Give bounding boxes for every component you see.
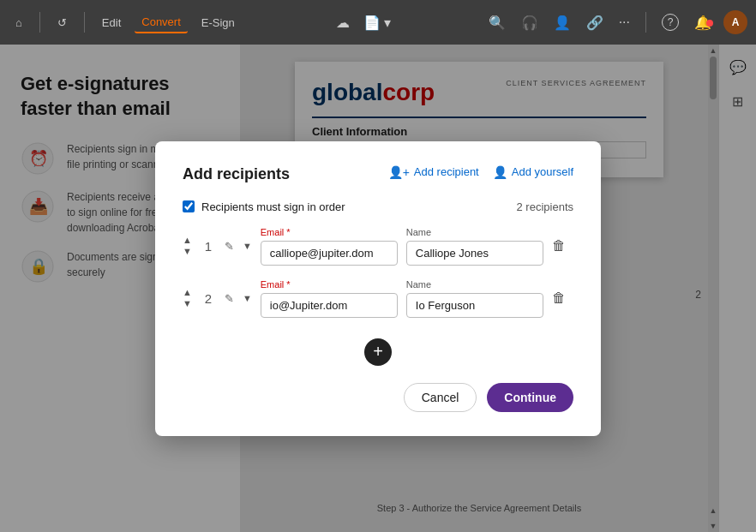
esign-menu[interactable]: E-Sign [195, 13, 242, 33]
avatar[interactable]: A [723, 10, 747, 34]
pen-icon-modal-1[interactable]: ✎ [225, 240, 234, 253]
field-group-email-1: Email * [261, 227, 398, 266]
add-recipient-icon: 👤+ [388, 165, 410, 179]
entry-num-2: 2 [201, 291, 216, 306]
field-group-name-2: Name [406, 279, 543, 318]
link-button[interactable]: 🔗 [583, 11, 607, 34]
cloud-icon: ☁ [336, 15, 350, 31]
reorder-arrows-1: ▲ ▼ [183, 236, 192, 256]
edit-menu[interactable]: Edit [95, 13, 128, 33]
arrow-up-1[interactable]: ▲ [183, 236, 192, 245]
modal-actions-top: 👤+ Add recipient 👤 Add yourself [388, 165, 573, 179]
continue-button[interactable]: Continue [487, 383, 573, 412]
delete-button-2[interactable]: 🗑 [552, 290, 566, 306]
add-recipients-modal: Add recipients 👤+ Add recipient 👤 Add yo… [155, 141, 601, 436]
convert-menu[interactable]: Convert [135, 12, 188, 33]
required-star-2: * [286, 279, 290, 290]
bell-wrap: 🔔 [691, 11, 715, 34]
link-icon: 🔗 [586, 15, 603, 31]
home-button[interactable]: ⌂ [9, 13, 29, 33]
recipient-entry-1: ▲ ▼ 1 ✎ ▼ Email * [183, 227, 573, 266]
add-yourself-icon: 👤 [493, 165, 507, 179]
user-icon: 👤 [554, 15, 571, 31]
reorder-arrows-1b: ▼ [243, 242, 252, 251]
email-label-2: Email * [261, 279, 398, 290]
email-input-2[interactable] [261, 293, 398, 318]
toolbar-divider-1 [39, 12, 40, 33]
help-icon: ? [662, 14, 679, 31]
back-button[interactable]: ↺ [51, 13, 74, 33]
search-icon: 🔍 [489, 15, 506, 31]
add-yourself-button[interactable]: 👤 Add yourself [493, 165, 573, 179]
toolbar: ⌂ ↺ Edit Convert E-Sign ☁ 📄 ▾ 🔍 🎧 👤 🔗 [0, 0, 756, 45]
name-input-1[interactable] [406, 241, 543, 266]
file-button[interactable]: 📄 ▾ [360, 11, 394, 34]
add-recipient-button[interactable]: 👤+ Add recipient [388, 165, 479, 179]
delete-button-1[interactable]: 🗑 [552, 238, 566, 254]
sign-order-checkbox[interactable] [183, 200, 195, 212]
arrow-down-1[interactable]: ▼ [183, 247, 192, 256]
cancel-button[interactable]: Cancel [404, 383, 477, 412]
reorder-arrows-2b: ▼ [243, 294, 252, 303]
arrow-down-2b[interactable]: ▼ [243, 294, 252, 303]
modal-backdrop: Add recipients 👤+ Add recipient 👤 Add yo… [0, 45, 756, 532]
more-button[interactable]: ··· [615, 11, 633, 33]
reorder-arrows-2: ▲ ▼ [183, 288, 192, 308]
add-more-button[interactable]: + [364, 338, 392, 366]
modal-footer: Cancel Continue [183, 383, 573, 412]
toolbar-divider-3 [645, 12, 646, 33]
arrow-down-1b[interactable]: ▼ [243, 242, 252, 251]
recipients-count: 2 recipients [517, 200, 573, 213]
name-label-1: Name [406, 227, 543, 237]
email-input-1[interactable] [261, 241, 398, 266]
recipient-1-entry-row: ▲ ▼ 1 ✎ ▼ Email * [183, 227, 573, 266]
pen-icon-modal-2[interactable]: ✎ [225, 292, 234, 305]
checkbox-row: Recipients must sign in order 2 recipien… [183, 200, 573, 213]
entry-num-1: 1 [201, 239, 216, 254]
email-label-1: Email * [261, 227, 398, 237]
toolbar-center: ☁ 📄 ▾ [242, 11, 485, 34]
name-input-2[interactable] [406, 293, 543, 318]
headphone-icon: 🎧 [521, 15, 538, 31]
user-button[interactable]: 👤 [550, 11, 574, 34]
toolbar-right: 🔍 🎧 👤 🔗 ··· ? 🔔 A [485, 10, 747, 34]
more-icon: ··· [619, 15, 630, 30]
required-star-1: * [286, 227, 290, 237]
toolbar-left: ⌂ ↺ Edit Convert E-Sign [9, 12, 242, 33]
help-button[interactable]: ? [658, 10, 682, 34]
main-content: ‹ Request e-signatures ✕ ADD FORM FIELDS… [0, 45, 756, 532]
arrow-down-2[interactable]: ▼ [183, 299, 192, 308]
field-group-name-1: Name [406, 227, 543, 266]
checkbox-label: Recipients must sign in order [201, 200, 345, 213]
home-icon: ⌂ [15, 16, 22, 29]
add-more-row: + [183, 332, 573, 383]
headphone-button[interactable]: 🎧 [518, 11, 542, 34]
cloud-button[interactable]: ☁ [333, 11, 353, 34]
field-group-email-2: Email * [261, 279, 398, 318]
name-label-2: Name [406, 279, 543, 290]
toolbar-divider-2 [84, 12, 85, 33]
back-icon: ↺ [57, 16, 67, 29]
arrow-up-2[interactable]: ▲ [183, 288, 192, 297]
recipient-2-entry-row: ▲ ▼ 2 ✎ ▼ Email * [183, 279, 573, 318]
search-button[interactable]: 🔍 [485, 11, 509, 34]
file-icon: 📄 ▾ [363, 15, 391, 31]
notification-dot [706, 20, 713, 27]
recipient-entry-2: ▲ ▼ 2 ✎ ▼ Email * [183, 279, 573, 318]
